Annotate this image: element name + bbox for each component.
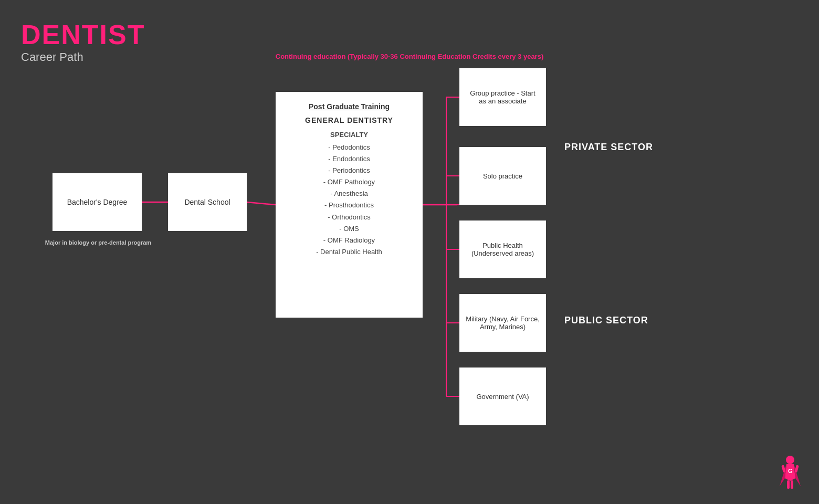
public-health-box: Public Health (Underserved areas) (459, 220, 546, 278)
postgrad-title: Post Graduate Training (309, 102, 390, 111)
solo-label: Solo practice (483, 172, 522, 180)
publichealth-label: Public Health (Underserved areas) (466, 242, 540, 257)
solo-practice-box: Solo practice (459, 147, 546, 205)
govt-label: Government (VA) (476, 393, 529, 401)
bachelor-note: Major in biology or pre-dental program (43, 239, 153, 247)
svg-text:G: G (788, 468, 793, 474)
postgrad-general: GENERAL DENTISTRY (305, 116, 393, 124)
military-box: Military (Navy, Air Force, Army, Marines… (459, 294, 546, 352)
postgrad-specialty-title: SPECIALTY (330, 131, 368, 139)
logo-icon: G (777, 455, 803, 491)
dental-label: Dental School (184, 198, 230, 206)
svg-point-14 (786, 456, 794, 464)
page-title: DENTIST (21, 21, 145, 48)
govt-box: Government (VA) (459, 368, 546, 425)
title-area: DENTIST Career Path (21, 21, 145, 64)
svg-rect-18 (787, 480, 790, 489)
bachelor-box: Bachelor's Degree (52, 173, 142, 231)
dental-school-box: Dental School (168, 173, 247, 231)
postgrad-items: - Pedodontics - Endodontics - Periodonti… (316, 142, 382, 258)
military-label: Military (Navy, Air Force, Army, Marines… (466, 315, 540, 331)
bachelor-label: Bachelor's Degree (67, 198, 128, 206)
postgrad-box: Post Graduate Training GENERAL DENTISTRY… (276, 92, 423, 318)
public-sector-label: PUBLIC SECTOR (564, 315, 648, 326)
svg-rect-19 (791, 480, 793, 489)
continuing-ed-label: Continuing education (Typically 30-36 Co… (276, 52, 543, 60)
page-subtitle: Career Path (21, 50, 145, 64)
private-sector-label: PRIVATE SECTOR (564, 142, 653, 153)
group-label: Group practice - Start as an associate (466, 89, 540, 105)
svg-line-1 (247, 202, 276, 205)
group-practice-box: Group practice - Start as an associate (459, 68, 546, 126)
logo-area: G (777, 455, 803, 494)
